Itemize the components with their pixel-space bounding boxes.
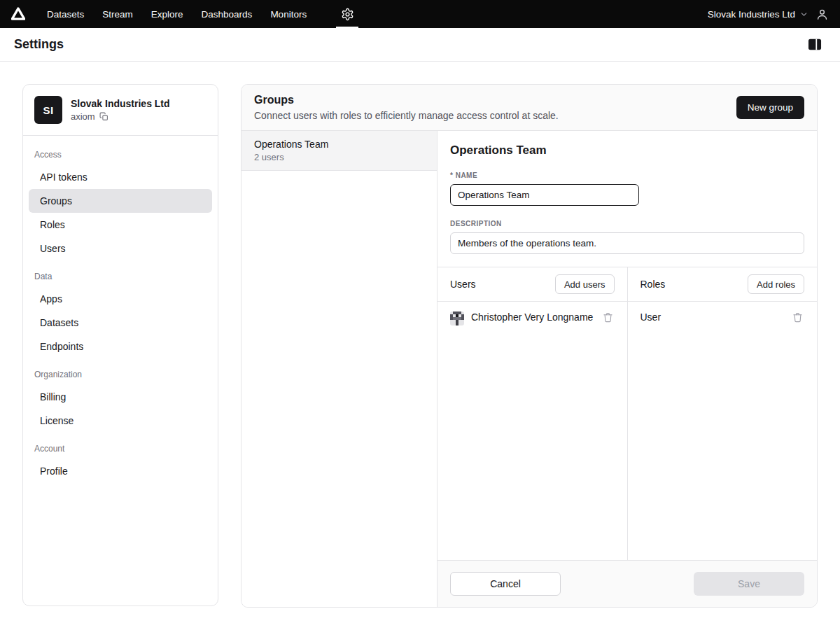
org-slug: axiom (71, 111, 95, 122)
sidebar-item-endpoints[interactable]: Endpoints (29, 335, 212, 358)
sidebar-item-apps[interactable]: Apps (29, 287, 212, 311)
section-label-account: Account (23, 433, 218, 459)
sidebar-item-roles[interactable]: Roles (29, 213, 212, 237)
roles-column: Roles Add roles User (628, 267, 818, 560)
org-name: Slovak Industries Ltd (71, 98, 170, 109)
topnav-right: Slovak Industries Ltd (708, 0, 829, 28)
sidebar-item-profile[interactable]: Profile (29, 459, 212, 483)
user-name: Christopher Very Longname (471, 311, 594, 323)
group-list-item[interactable]: Operations Team 2 users (241, 131, 437, 171)
section-label-data: Data (23, 260, 218, 287)
cancel-button[interactable]: Cancel (450, 572, 561, 596)
top-navigation: Datasets Stream Explore Dashboards Monit… (0, 0, 840, 28)
user-avatar-icon (816, 8, 829, 21)
new-group-button[interactable]: New group (736, 96, 804, 119)
sidebar-item-billing[interactable]: Billing (29, 385, 212, 409)
group-list: Operations Team 2 users (241, 131, 438, 607)
sidebar-item-api-tokens[interactable]: API tokens (29, 165, 212, 189)
org-switcher-label: Slovak Industries Ltd (708, 9, 795, 20)
detail-footer: Cancel Save (438, 560, 817, 607)
group-name-input[interactable] (450, 184, 639, 206)
groups-header: Groups Connect users with roles to effic… (241, 85, 817, 131)
sidebar-item-datasets[interactable]: Datasets (29, 311, 212, 335)
groups-header-text: Groups Connect users with roles to effic… (254, 94, 559, 121)
panel-toggle-button[interactable] (804, 34, 826, 56)
roles-title: Roles (640, 279, 666, 290)
add-users-button[interactable]: Add users (555, 274, 615, 294)
page-header: Settings (0, 28, 840, 62)
axiom-logo-icon (11, 7, 25, 21)
groups-subtitle: Connect users with roles to efficiently … (254, 110, 559, 121)
roles-column-header: Roles Add roles (628, 267, 818, 302)
trash-icon (603, 312, 613, 323)
org-switcher[interactable]: Slovak Industries Ltd (708, 9, 808, 20)
add-roles-button[interactable]: Add roles (748, 274, 804, 294)
axiom-logo[interactable] (11, 0, 25, 28)
sidebar-item-license[interactable]: License (29, 409, 212, 433)
group-detail-title: Operations Team (450, 144, 804, 158)
users-title: Users (450, 279, 476, 290)
copy-icon (99, 112, 108, 121)
section-label-access: Access (23, 139, 218, 165)
save-button[interactable]: Save (694, 572, 804, 596)
org-summary: SI Slovak Industries Ltd axiom (23, 85, 218, 136)
org-slug-row: axiom (71, 111, 170, 122)
panel-toggle-icon (807, 38, 822, 51)
group-detail: Operations Team * NAME DESCRIPTION Users… (438, 131, 817, 607)
description-field-label: DESCRIPTION (450, 220, 804, 227)
page-title: Settings (14, 37, 64, 52)
remove-user-button[interactable] (601, 311, 615, 324)
group-user-count: 2 users (254, 152, 424, 162)
role-name: User (640, 311, 785, 323)
remove-role-button[interactable] (791, 311, 804, 324)
groups-panel: Groups Connect users with roles to effic… (241, 84, 818, 608)
group-description-input[interactable] (450, 232, 804, 254)
settings-active-indicator (336, 27, 358, 29)
settings-nav: Access API tokens Groups Roles Users Dat… (23, 136, 218, 494)
role-row: User (628, 302, 818, 333)
users-column-header: Users Add users (438, 267, 627, 302)
gear-icon (341, 8, 354, 21)
pixel-avatar (450, 312, 464, 326)
nav-item-datasets[interactable]: Datasets (38, 0, 93, 28)
nav-item-monitors[interactable]: Monitors (261, 0, 316, 28)
pixel-avatar-art (450, 312, 464, 326)
org-avatar: SI (34, 96, 62, 124)
groups-body: Operations Team 2 users Operations Team … (241, 131, 817, 607)
section-label-organization: Organization (23, 358, 218, 385)
user-menu-button[interactable] (816, 8, 829, 21)
trash-icon (792, 312, 803, 323)
sidebar-item-groups[interactable]: Groups (29, 189, 212, 213)
groups-title: Groups (254, 94, 559, 106)
org-info: Slovak Industries Ltd axiom (71, 98, 170, 122)
topnav-links: Datasets Stream Explore Dashboards Monit… (38, 0, 316, 28)
nav-item-explore[interactable]: Explore (142, 0, 192, 28)
members-columns: Users Add users (438, 267, 817, 560)
chevron-down-icon (799, 10, 808, 19)
group-detail-form: Operations Team * NAME DESCRIPTION (438, 131, 817, 267)
name-field-label: * NAME (450, 172, 804, 179)
settings-sidebar: SI Slovak Industries Ltd axiom Access AP… (22, 84, 218, 606)
users-column: Users Add users (438, 267, 628, 560)
main-content: SI Slovak Industries Ltd axiom Access AP… (0, 62, 840, 630)
nav-item-stream[interactable]: Stream (93, 0, 142, 28)
copy-org-id-button[interactable] (99, 112, 108, 121)
nav-item-dashboards[interactable]: Dashboards (192, 0, 262, 28)
sidebar-item-users[interactable]: Users (29, 237, 212, 260)
user-row: Christopher Very Longname (438, 302, 627, 335)
nav-item-settings[interactable] (334, 0, 360, 28)
group-name: Operations Team (254, 139, 424, 150)
